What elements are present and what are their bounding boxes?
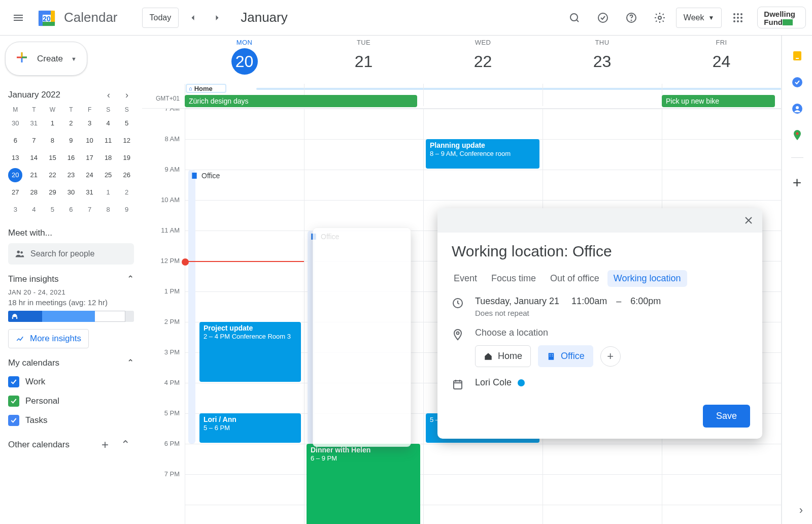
save-button[interactable]: Save (703, 405, 750, 428)
day-header[interactable]: WED22 (423, 36, 543, 84)
mini-day[interactable]: 31 (83, 185, 97, 200)
mini-cal-prev[interactable]: ‹ (101, 88, 116, 102)
today-button[interactable]: Today (142, 8, 179, 28)
mini-day[interactable]: 7 (27, 134, 41, 148)
mini-day[interactable]: 29 (45, 185, 59, 200)
calendar-checkbox-row[interactable]: Tasks (8, 411, 134, 430)
allday-event[interactable]: Zürich design days (185, 95, 417, 107)
calendar-owner-row[interactable]: Lori Cole (475, 377, 525, 388)
mini-day[interactable]: 8 (45, 134, 59, 148)
mini-day[interactable]: 30 (8, 116, 22, 130)
settings-button[interactable] (648, 6, 672, 30)
mini-day[interactable]: 4 (101, 116, 115, 130)
mini-day[interactable]: 24 (83, 168, 97, 182)
mini-day[interactable]: 12 (120, 134, 134, 148)
mini-day[interactable]: 1 (101, 185, 115, 200)
mini-day[interactable]: 9 (64, 134, 78, 148)
close-popup[interactable] (739, 211, 758, 230)
popup-tab[interactable]: Event (454, 273, 477, 284)
repeat-label[interactable]: Does not repeat (475, 309, 661, 317)
mini-day[interactable]: 14 (27, 151, 41, 165)
mini-day[interactable]: 11 (101, 134, 115, 148)
mini-day[interactable]: 21 (27, 168, 41, 182)
mini-day[interactable]: 17 (83, 151, 97, 165)
search-people-placeholder: Search for people (30, 249, 94, 258)
mini-day[interactable]: 9 (120, 203, 134, 217)
menu-button[interactable] (6, 6, 30, 30)
tasks-icon[interactable] (791, 76, 803, 88)
next-week-button[interactable] (207, 8, 227, 28)
mini-day[interactable]: 15 (45, 151, 59, 165)
popup-time-row[interactable]: Tuesday, January 21 11:00am – 6:00pm (475, 296, 661, 307)
mini-day[interactable]: 4 (27, 203, 41, 217)
create-button[interactable]: Create ▼ (5, 42, 87, 76)
calendar-event[interactable]: Dinner with Helen6 – 9 PM (307, 444, 420, 524)
mini-day[interactable]: 1 (45, 116, 59, 130)
mini-day[interactable]: 6 (8, 134, 22, 148)
other-calendars-label[interactable]: Other calendars (8, 440, 70, 450)
mini-day[interactable]: 2 (120, 185, 134, 200)
hide-side-panel[interactable]: › (799, 504, 803, 517)
mini-day[interactable]: 28 (27, 185, 41, 200)
mini-day[interactable]: 31 (27, 116, 41, 130)
popup-tab[interactable]: Focus time (491, 273, 536, 284)
mini-day[interactable]: 27 (8, 185, 22, 200)
search-people-input[interactable]: Search for people (8, 243, 134, 265)
allday-event[interactable]: Pick up new bike (662, 95, 775, 107)
calendar-event[interactable]: Lori / Ann5 – 6 PM (199, 413, 301, 443)
maps-icon[interactable] (791, 129, 803, 141)
mini-day[interactable]: 8 (101, 203, 115, 217)
mini-day[interactable]: 5 (45, 203, 59, 217)
calendar-checkbox-row[interactable]: Personal (8, 391, 134, 411)
popup-tab[interactable]: Working location (607, 270, 687, 287)
home-location-button[interactable]: Home (475, 345, 531, 367)
mini-calendar[interactable]: MTWTFSS303112345678910111213141516171819… (6, 106, 136, 217)
mini-cal-next[interactable]: › (120, 88, 134, 102)
mini-day[interactable]: 6 (64, 203, 78, 217)
keep-icon[interactable] (791, 50, 803, 62)
calendar-checkbox-row[interactable]: Work (8, 372, 134, 391)
popup-tab[interactable]: Out of office (550, 273, 599, 284)
mini-day[interactable]: 22 (45, 168, 59, 182)
mini-day[interactable]: 3 (83, 116, 97, 130)
mini-day[interactable]: 20 (8, 168, 22, 182)
day-header[interactable]: MON20 (185, 36, 304, 84)
apps-button[interactable] (726, 6, 750, 30)
add-panel-button[interactable]: + (793, 174, 802, 191)
my-calendars-header[interactable]: My calendars ⌃ (8, 357, 134, 368)
prev-week-button[interactable] (183, 8, 203, 28)
mini-day[interactable]: 2 (64, 116, 78, 130)
search-button[interactable] (562, 6, 587, 30)
mini-day[interactable]: 23 (64, 168, 78, 182)
help-button[interactable] (619, 6, 644, 30)
contacts-icon[interactable] (791, 103, 803, 115)
mini-day[interactable]: 13 (8, 151, 22, 165)
collapse-other-calendars[interactable]: ⌃ (117, 436, 134, 453)
day-header[interactable]: THU23 (543, 36, 662, 84)
checkbox-icon (8, 415, 19, 426)
mini-day[interactable]: 18 (101, 151, 115, 165)
calendar-event[interactable]: Project update2 – 4 PM Conference Room 3 (199, 322, 301, 382)
mini-day[interactable]: 7 (83, 203, 97, 217)
add-location-button[interactable]: + (600, 346, 621, 367)
more-insights-button[interactable]: More insights (8, 329, 89, 348)
mini-day[interactable]: 16 (64, 151, 78, 165)
mini-day[interactable]: 25 (101, 168, 115, 182)
mini-day[interactable]: 19 (120, 151, 134, 165)
add-other-calendar[interactable]: + (96, 436, 114, 453)
calendar-event[interactable]: Planning update8 – 9 AM, Conference room (426, 139, 539, 169)
office-location-button[interactable]: Office (538, 345, 593, 367)
time-insights-header[interactable]: Time insights ⌃ (8, 274, 134, 284)
mini-day[interactable]: 10 (83, 134, 97, 148)
day-header[interactable]: FRI24 (662, 36, 781, 84)
working-location-chip[interactable]: Office (190, 172, 220, 180)
mini-day[interactable]: 5 (120, 116, 134, 130)
account-switcher[interactable]: Dwelling Fund (757, 7, 806, 28)
mini-day[interactable]: 26 (120, 168, 134, 182)
tasks-button[interactable] (591, 6, 615, 30)
working-location-band[interactable] (188, 170, 195, 444)
mini-day[interactable]: 3 (8, 203, 22, 217)
mini-day[interactable]: 30 (64, 185, 78, 200)
day-header[interactable]: TUE21 (304, 36, 423, 84)
view-selector[interactable]: Week ▼ (676, 8, 722, 28)
